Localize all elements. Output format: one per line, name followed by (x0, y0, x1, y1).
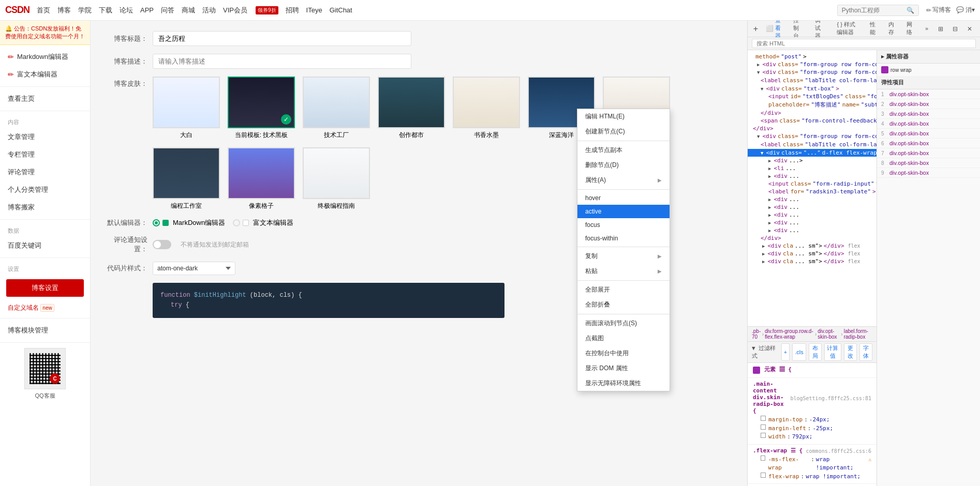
context-menu-active[interactable]: active (577, 205, 670, 218)
flex-item-2[interactable]: 2 div.opt-skin-box (877, 99, 980, 109)
html-line-div-sub2[interactable]: ▶ <div ... (748, 172, 877, 180)
styles-change-btn[interactable]: 更改 (844, 343, 857, 361)
comment-toggle[interactable] (153, 240, 171, 249)
context-menu-screenshot[interactable]: 点截图 (577, 331, 670, 346)
context-menu-use-in-console[interactable]: 在控制台中使用 (577, 346, 670, 361)
html-line-input-blog[interactable]: <input id="txtBlogDes" class="form-contr… (748, 93, 877, 100)
styles-add-btn[interactable]: + (781, 343, 790, 361)
html-line-fg4[interactable]: ▶ <div cla ... sm"> </div> flex (748, 242, 877, 250)
devtools-tab-memory[interactable]: 内存 (883, 18, 900, 40)
sidebar-markdown-editor[interactable]: ✏ Markdown编辑器 (0, 48, 90, 66)
nav-gitchat[interactable]: GitChat (330, 6, 352, 14)
custom-domain-link[interactable]: 自定义域名 new (0, 301, 90, 315)
nav-academy[interactable]: 学院 (78, 6, 92, 15)
nav-blog[interactable]: 博客 (57, 6, 71, 15)
context-menu-duplicate[interactable]: 生成节点副本 (577, 143, 670, 158)
styles-calc-btn[interactable]: 计算值 (824, 343, 841, 361)
skin-ink[interactable]: 书香水墨 (453, 77, 520, 140)
nav-job[interactable]: 招聘 (286, 6, 299, 15)
breadcrumb-div-opt[interactable]: div.opt-skin-box (818, 328, 840, 340)
flex-item-4[interactable]: 4 div.opt-skin-box (877, 119, 980, 129)
sidebar-column-mgmt[interactable]: 专栏管理 (0, 146, 90, 163)
html-line-method[interactable]: method="post"> (748, 53, 877, 60)
context-menu-scroll-to[interactable]: 画面滚动到节点(S) (577, 316, 670, 331)
flex-item-7[interactable]: 7 div.opt-skin-box (877, 148, 980, 158)
title-input[interactable] (153, 31, 411, 46)
html-line-label-desc[interactable]: <label class="labTitle col-form-label" f… (748, 76, 877, 85)
context-menu-expand-all[interactable]: 全部展开 (577, 282, 670, 297)
context-menu-create-node[interactable]: 创建新节点(C) (577, 124, 670, 139)
devtools-split-btn[interactable]: ⊟ (949, 23, 961, 35)
breadcrumb-label[interactable]: label.form-radip-box (844, 328, 872, 340)
html-line-span-feedback[interactable]: <span class="form-control-feedback"></sp… (748, 117, 877, 125)
html-line-div-sub7[interactable]: ▶<div ... (748, 226, 877, 234)
context-menu-copy[interactable]: 复制 ▶ (577, 249, 670, 264)
sidebar-blog-move[interactable]: 博客搬家 (0, 199, 90, 216)
html-line-div-sub6[interactable]: ▶<div ... (748, 219, 877, 226)
html-search-input[interactable] (752, 39, 976, 48)
devtools-close-btn[interactable]: ✕ (963, 23, 976, 35)
devtools-tab-performance[interactable]: 性能 (865, 18, 882, 40)
styles-layout-btn[interactable]: 布局 (809, 343, 822, 361)
richtext-radio[interactable]: 富文本编辑器 (233, 218, 293, 227)
html-line-close-fg2[interactable]: </div> (748, 125, 877, 132)
html-line-label-skin[interactable]: <label class="labTitle col-form-label">博… (748, 140, 877, 149)
nav-store[interactable]: 商城 (182, 6, 195, 15)
context-menu-collapse-all[interactable]: 全部折叠 (577, 297, 670, 312)
flex-item-9[interactable]: 9 div.opt-skin-box (877, 168, 980, 178)
devtools-tab-more[interactable]: » (920, 23, 933, 35)
html-line-div-sub3[interactable]: ▶<div ... (748, 195, 877, 203)
html-line-label-rad[interactable]: <label for="radskin3-template"> ☰ </labe… (748, 188, 877, 195)
message-btn[interactable]: 💬 消▾ (956, 6, 975, 14)
qq-service-link[interactable]: QQ客服 (8, 392, 82, 400)
nav-activity[interactable]: 活动 (202, 6, 216, 15)
skin-photo[interactable]: 像素格子 (228, 147, 295, 210)
sidebar-module-mgmt[interactable]: 博客模块管理 (0, 322, 90, 339)
context-menu-focus[interactable]: focus (577, 218, 670, 232)
html-line-div-sub1[interactable]: ▶ <div ...> (748, 157, 877, 164)
search-icon[interactable]: 🔍 (907, 7, 914, 14)
html-line-fg1[interactable]: ▶ <div class="form-group row form-contro… (748, 60, 877, 68)
html-line-fg6[interactable]: ▶ <div cla ... sm"> </div> flex (748, 257, 877, 265)
styles-font-btn[interactable]: 字体 (859, 343, 872, 361)
context-menu-hover[interactable]: hover (577, 191, 670, 205)
context-menu-show-dom[interactable]: 显示 DOM 属性 (577, 361, 670, 376)
skin-blackboard[interactable]: ✓ 当前模板: 技术黑板 (228, 77, 295, 140)
context-menu-delete[interactable]: 删除节点(D) (577, 158, 670, 173)
nav-forum[interactable]: 论坛 (120, 6, 133, 15)
skin-factory[interactable]: 技术工厂 (303, 77, 370, 140)
html-tree[interactable]: method="post"> ▶ <div class="form-group … (748, 50, 877, 326)
context-menu-paste[interactable]: 粘贴 ▶ (577, 264, 670, 279)
blog-settings-btn[interactable]: 博客设置 (6, 279, 84, 297)
sidebar-article-mgmt[interactable]: 文章管理 (0, 128, 90, 146)
devtools-add-btn[interactable]: + (752, 23, 760, 35)
html-line-fg2[interactable]: ▼ <div class="form-group row form-contro… (748, 68, 877, 76)
html-line-fg3[interactable]: ▼ <div class="form-group row form-contro… (748, 132, 877, 140)
html-line-div-sub5[interactable]: ▶<div ... (748, 211, 877, 219)
flex-item-5[interactable]: 5 div.opt-skin-box (877, 129, 980, 139)
html-line-close-skin[interactable]: </div> (748, 234, 877, 242)
devtools-responsive-btn[interactable]: ⊞ (934, 23, 947, 35)
html-line-txtbox[interactable]: ▼ <div class="txt-box"> (748, 85, 877, 93)
sidebar-comment-mgmt[interactable]: 评论管理 (0, 163, 90, 181)
devtools-tab-style-editor[interactable]: { } 样式编辑器 (831, 18, 864, 40)
html-line-li[interactable]: ▶ <li ... (748, 164, 877, 172)
flex-item-3[interactable]: 3 div.opt-skin-box (877, 109, 980, 119)
html-line-skin-wrap[interactable]: ▼ <div class="..." d-flex flex-wrap> fle… (748, 149, 877, 157)
skin-dabai[interactable]: 大白 (153, 77, 220, 140)
flex-item-6[interactable]: 6 div.opt-skin-box (877, 139, 980, 148)
vip-badge[interactable]: 领券9折 (256, 6, 278, 14)
context-menu-focus-within[interactable]: focus-within (577, 232, 670, 245)
styles-cls-btn[interactable]: .cls (792, 343, 806, 361)
breadcrumb-pb70[interactable]: .pb-70 (752, 328, 761, 340)
html-line-input-placeholder[interactable]: placeholder="博客描述" name="subtitle" value… (748, 100, 877, 109)
context-menu-attribute[interactable]: 属性(A) ▶ (577, 173, 670, 188)
nav-app[interactable]: APP (140, 6, 154, 14)
nav-download[interactable]: 下载 (99, 6, 112, 15)
nav-qa[interactable]: 问答 (161, 6, 174, 15)
sidebar-baidu-keywords[interactable]: 百度关键词 (0, 237, 90, 254)
context-menu-edit-html[interactable]: 编辑 HTML(E) (577, 109, 670, 124)
sidebar-category-mgmt[interactable]: 个人分类管理 (0, 181, 90, 199)
skin-creative[interactable]: 创作都市 (378, 77, 445, 140)
html-line-input-radio[interactable]: <input class="form-radip-input" type="ra… (748, 180, 877, 188)
